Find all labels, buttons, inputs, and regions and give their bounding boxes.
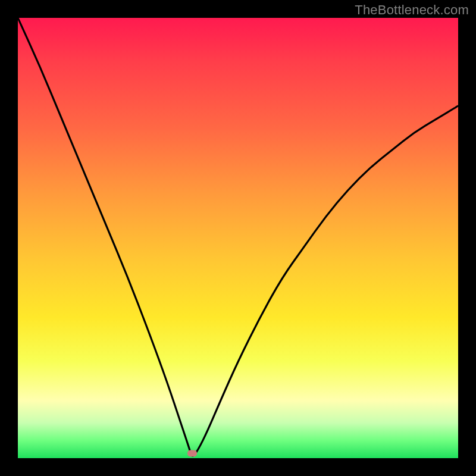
bottleneck-curve [18,18,458,458]
chart-frame: TheBottleneck.com [0,0,476,476]
plot-area [18,18,458,458]
watermark-text: TheBottleneck.com [355,2,469,18]
optimal-point-marker [187,450,197,457]
curve-path [18,18,458,456]
